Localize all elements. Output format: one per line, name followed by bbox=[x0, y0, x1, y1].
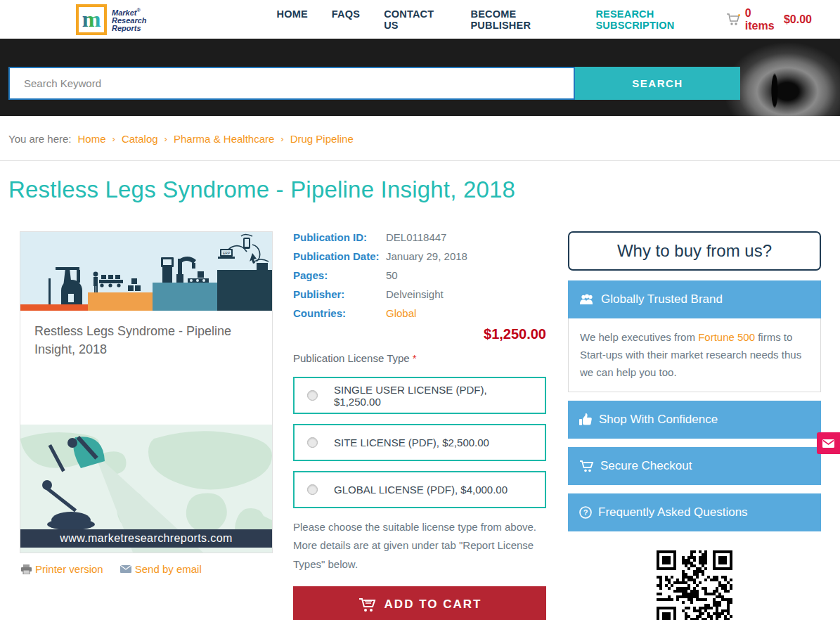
breadcrumb-prefix: You are here: bbox=[8, 133, 72, 145]
printer-version-link[interactable]: Printer version bbox=[21, 563, 103, 575]
license-option-global[interactable]: GLOBAL LICENSE (PDF), $4,000.00 bbox=[293, 471, 546, 508]
email-contact-fab[interactable] bbox=[817, 432, 840, 454]
license-option-site[interactable]: SITE LICENSE (PDF), $2,500.00 bbox=[293, 424, 546, 461]
radio-button[interactable] bbox=[307, 390, 318, 401]
detail-countries: Countries: Global bbox=[293, 307, 546, 319]
search-input[interactable] bbox=[8, 67, 575, 100]
detail-publication-id: Publication ID: DEL0118447 bbox=[293, 231, 546, 243]
report-cover-image: ERP Restless Legs Syndrome - Pipeline In… bbox=[20, 231, 273, 553]
top-header: m Market® Research Reports HOME FAQS CON… bbox=[0, 0, 840, 39]
industry-illustration: ERP bbox=[20, 232, 272, 311]
logo-text: Market® Research Reports bbox=[112, 6, 147, 32]
nav-faqs[interactable]: FAQS bbox=[332, 8, 360, 31]
site-logo[interactable]: m Market® Research Reports bbox=[76, 4, 147, 35]
main-nav: HOME FAQS CONTACT US BECOME PUBLISHER RE… bbox=[277, 8, 726, 31]
cart-count: 0 items bbox=[745, 7, 780, 32]
svg-text:ERP: ERP bbox=[223, 251, 231, 255]
logo-mark-icon: m bbox=[76, 4, 107, 35]
world-map-graphic: www.marketresearchreports.com bbox=[20, 425, 272, 553]
search-banner: SEARCH bbox=[0, 39, 840, 116]
printer-icon bbox=[21, 564, 32, 574]
page-title: Restless Legs Syndrome - Pipeline Insigh… bbox=[0, 161, 840, 203]
detail-publication-date: Publication Date: January 29, 2018 bbox=[293, 250, 546, 262]
breadcrumb: You are here: Home › Catalog › Pharma & … bbox=[0, 116, 840, 145]
question-icon: ? bbox=[579, 506, 592, 519]
sidebar-item-shop-confidence[interactable]: Shop With Confidence bbox=[568, 401, 821, 439]
thumbs-up-icon bbox=[579, 413, 593, 426]
breadcrumb-pharma-healthcare[interactable]: Pharma & Healthcare bbox=[174, 133, 274, 145]
search-button[interactable]: SEARCH bbox=[575, 67, 740, 100]
radio-button[interactable] bbox=[307, 484, 318, 495]
send-by-email-link[interactable]: Send by email bbox=[120, 563, 202, 575]
radio-button[interactable] bbox=[307, 437, 318, 448]
cart-total: $0.00 bbox=[784, 13, 812, 26]
add-to-cart-button[interactable]: ADD TO CART bbox=[293, 586, 546, 620]
cover-website-url: www.marketresearchreports.com bbox=[20, 529, 272, 548]
cart-icon bbox=[579, 460, 594, 472]
email-icon bbox=[120, 565, 131, 573]
qr-code bbox=[657, 550, 732, 620]
svg-text:m: m bbox=[82, 8, 101, 31]
price: $1,250.00 bbox=[293, 326, 546, 342]
cart-icon bbox=[358, 597, 376, 612]
sidebar-item-faq[interactable]: ? Frequently Asked Questions bbox=[568, 493, 821, 531]
required-asterisk: * bbox=[413, 352, 417, 364]
cart-summary[interactable]: 0 items $0.00 bbox=[726, 7, 812, 32]
envelope-icon bbox=[822, 439, 834, 448]
nav-become-publisher[interactable]: BECOME PUBLISHER bbox=[470, 8, 571, 31]
breadcrumb-separator: › bbox=[112, 134, 115, 144]
breadcrumb-separator: › bbox=[280, 134, 283, 144]
detail-publisher: Publisher: Delveinsight bbox=[293, 288, 546, 300]
breadcrumb-home[interactable]: Home bbox=[78, 133, 106, 145]
cart-icon bbox=[726, 13, 741, 26]
nav-research-subscription[interactable]: RESEARCH SUBSCRIPTION bbox=[595, 8, 725, 31]
nav-contact-us[interactable]: CONTACT US bbox=[384, 8, 446, 31]
detail-pages: Pages: 50 bbox=[293, 269, 546, 281]
why-buy-heading: Why to buy from us? bbox=[568, 231, 821, 271]
breadcrumb-catalog[interactable]: Catalog bbox=[122, 133, 158, 145]
fortune-500-link[interactable]: Fortune 500 bbox=[698, 331, 755, 343]
nav-home[interactable]: HOME bbox=[277, 8, 308, 31]
sidebar-item-globally-trusted[interactable]: Globally Trusted Brand bbox=[568, 280, 821, 318]
breadcrumb-drug-pipeline[interactable]: Drug Pipeline bbox=[290, 133, 354, 145]
users-icon bbox=[579, 294, 595, 305]
license-type-label: Publication License Type * bbox=[293, 352, 546, 364]
cover-title: Restless Legs Syndrome - Pipeline Insigh… bbox=[20, 311, 272, 425]
breadcrumb-separator: › bbox=[164, 134, 167, 144]
sidebar-item-secure-checkout[interactable]: Secure Checkout bbox=[568, 447, 821, 485]
license-note: Please choose the suitable license type … bbox=[293, 518, 546, 574]
countries-global-link[interactable]: Global bbox=[386, 307, 416, 319]
trusted-brand-text: We help executives from Fortune 500 firm… bbox=[568, 318, 821, 392]
license-option-single-user[interactable]: SINGLE USER LICENSE (PDF), $1,250.00 bbox=[293, 377, 546, 414]
svg-text:?: ? bbox=[583, 508, 588, 517]
